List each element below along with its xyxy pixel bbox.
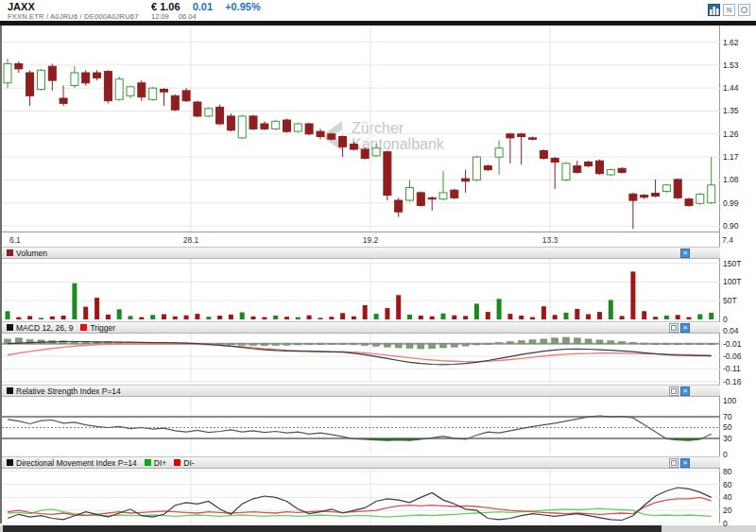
- di-minus-legend-swatch: [174, 459, 180, 466]
- y-axis-label: 50T: [723, 296, 737, 305]
- price-candlestick-chart: [2, 26, 720, 232]
- macd-legend-swatch: [7, 324, 13, 331]
- y-axis-label: 30: [723, 434, 731, 443]
- macd-panel-header: MACD 12, 26, 9 Trigger ×: [2, 321, 720, 334]
- y-axis-label: 0.99: [723, 198, 739, 208]
- y-axis-label: 100: [723, 396, 736, 405]
- y-axis-label: 1.17: [723, 152, 739, 162]
- x-axis-label: 19.2: [352, 235, 389, 245]
- volume-legend-swatch: [7, 249, 13, 256]
- quote-date: 06.04: [179, 12, 197, 21]
- dmi-panel-title: Directional Movement Index P=14: [16, 458, 137, 468]
- y-axis-label: 0.90: [723, 221, 739, 231]
- close-icon[interactable]: ×: [680, 386, 690, 396]
- di-plus-legend-swatch: [145, 459, 151, 466]
- di-plus-legend-label: DI+: [154, 458, 166, 468]
- volume-bar-chart: [2, 259, 720, 319]
- x-axis-label: 13.3: [531, 235, 569, 245]
- restore-icon[interactable]: [669, 323, 679, 333]
- rsi-panel-title: Relative Strength Index P=14: [16, 386, 121, 396]
- y-axis-label: -0.01: [723, 339, 741, 349]
- y-axis-label: 0.04: [723, 326, 739, 335]
- instrument-identifiers: FXXN.ETR / A0JRU6 / DE000A0JRU67: [8, 12, 139, 21]
- y-axis-label: 1.26: [723, 129, 739, 139]
- price-change-pct: +0.95%: [225, 1, 261, 12]
- dmi-panel-buttons: ×: [669, 458, 690, 468]
- x-axis: 6.128.119.213.37.4: [2, 232, 720, 248]
- rsi-chart: [2, 397, 720, 455]
- y-axis-label: 150T: [723, 259, 741, 268]
- header-bar: JAXX FXXN.ETR / A0JRU6 / DE000A0JRU67 € …: [0, 0, 756, 21]
- rsi-panel-header: Relative Strength Index P=14 ×: [2, 385, 720, 397]
- y-axis-label: 20: [723, 506, 731, 515]
- y-axis-label: 1.08: [723, 175, 739, 184]
- horizontal-scrollbar[interactable]: [0, 525, 756, 532]
- x-axis-label: 28.1: [172, 235, 210, 245]
- y-axis-label: 1.62: [723, 38, 739, 47]
- y-axis-label: 0: [723, 450, 728, 459]
- scrollbar-thumb[interactable]: [3, 525, 662, 532]
- y-axis-label: -0.11: [723, 364, 741, 373]
- quote-time: 12:09: [151, 12, 169, 21]
- y-axis-label: 60: [723, 480, 731, 489]
- news-icon[interactable]: N: [723, 4, 735, 16]
- macd-chart: [2, 334, 720, 383]
- y-axis-label: 50: [723, 422, 731, 432]
- volume-panel-header: Volumen ×: [2, 247, 720, 259]
- trigger-legend-swatch: [80, 324, 87, 331]
- y-axis-label: 1.35: [723, 106, 739, 115]
- y-axis-label: 80: [723, 467, 731, 476]
- di-minus-legend-label: DI-: [183, 458, 194, 468]
- volume-panel-buttons: ×: [680, 249, 690, 258]
- y-axis-label: 0: [723, 519, 728, 528]
- y-axis-label: 1.53: [723, 60, 739, 70]
- instrument-symbol: JAXX: [8, 2, 139, 12]
- trigger-legend-label: Trigger: [90, 323, 115, 333]
- macd-panel-buttons: ×: [669, 323, 690, 333]
- last-price: € 1.06: [151, 1, 180, 12]
- volume-panel-title: Volumen: [16, 249, 47, 258]
- y-axis-label: 40: [723, 492, 731, 502]
- close-icon[interactable]: ×: [680, 249, 690, 258]
- macd-panel-title: MACD 12, 26, 9: [16, 323, 73, 333]
- quote-block: € 1.06 0.01 +0.95% 12:09 06.04: [151, 2, 261, 21]
- y-axis-label: 100T: [723, 277, 741, 286]
- dmi-legend-swatch: [7, 459, 13, 466]
- bar-chart-icon[interactable]: [708, 4, 720, 16]
- close-icon[interactable]: ×: [680, 458, 690, 468]
- x-axis-label: 7.4: [709, 235, 747, 245]
- y-axis-label: 0: [723, 315, 728, 324]
- info-icon[interactable]: [738, 4, 750, 16]
- dmi-panel-header: Directional Movement Index P=14 DI+ DI- …: [2, 456, 720, 469]
- y-axis-label: -0.06: [723, 352, 741, 361]
- x-axis-label: 6.1: [9, 235, 21, 245]
- restore-icon[interactable]: [669, 458, 679, 468]
- y-axis-label: 70: [723, 412, 731, 421]
- y-axis-label: 1.44: [723, 83, 739, 93]
- info-circle-glyph: [741, 7, 747, 13]
- stock-chart-window: JAXX FXXN.ETR / A0JRU6 / DE000A0JRU67 € …: [0, 0, 756, 532]
- rsi-legend-swatch: [7, 387, 13, 394]
- bar-chart-glyph: [710, 6, 719, 15]
- y-axis-label: -0.16: [723, 377, 741, 386]
- close-icon[interactable]: ×: [680, 323, 690, 333]
- dmi-chart: [2, 469, 720, 523]
- price-change-abs: 0.01: [193, 1, 213, 12]
- restore-icon[interactable]: [669, 386, 679, 396]
- header-toolbar: N: [708, 4, 750, 16]
- instrument-block: JAXX FXXN.ETR / A0JRU6 / DE000A0JRU67: [8, 2, 139, 21]
- rsi-panel-buttons: ×: [669, 386, 690, 396]
